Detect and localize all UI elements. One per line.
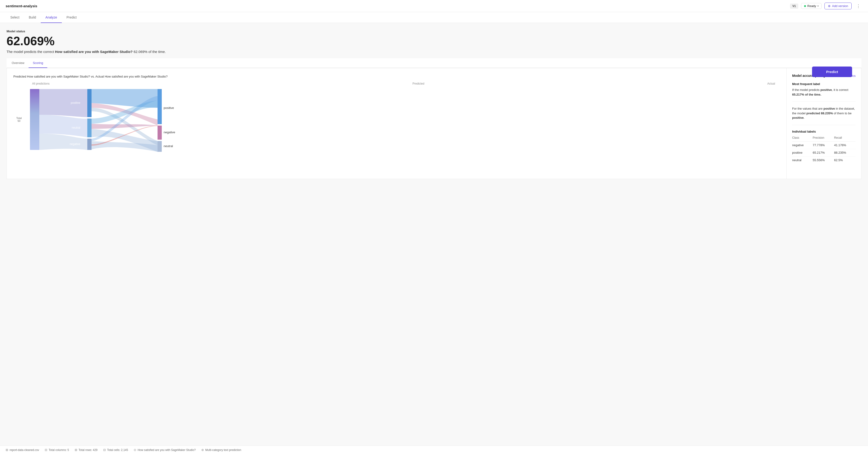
svg-text:negative: negative bbox=[70, 142, 81, 146]
app-header: sentiment-analysis V1 Ready ▾ ⊕ Add vers… bbox=[0, 0, 868, 12]
svg-text:neutral: neutral bbox=[164, 145, 173, 148]
rows-icon: ⊞ bbox=[75, 448, 77, 451]
footer-cells: ⊟ Total cells: 2,145 bbox=[103, 448, 128, 451]
cell-precision-1: 65.217% bbox=[813, 149, 834, 156]
description-suffix: 62.069% of the time. bbox=[133, 50, 166, 54]
insights-section: Model accuracy insights Advanced metrics… bbox=[786, 68, 861, 179]
svg-text:neutral: neutral bbox=[72, 126, 80, 129]
block1-text: If the model predicts positive, it is co… bbox=[792, 88, 856, 97]
predict-button-top[interactable]: Predict bbox=[812, 66, 852, 77]
sub-tabs: Overview Scoring bbox=[6, 58, 862, 68]
main-content: Model status 62.069% The model predicts … bbox=[0, 23, 868, 451]
footer-columns: ⊟ Total columns: 5 bbox=[45, 448, 69, 451]
add-version-button[interactable]: ⊕ Add version bbox=[825, 3, 851, 9]
header-actions: V1 Ready ▾ ⊕ Add version ⋮ bbox=[790, 3, 862, 9]
tab-select[interactable]: Select bbox=[6, 12, 24, 23]
svg-text:negative: negative bbox=[164, 131, 175, 134]
table-row: neutral55.556%62.5% bbox=[792, 156, 856, 164]
model-status-area: Model status 62.069% The model predicts … bbox=[6, 30, 862, 54]
cell-precision-0: 77.778% bbox=[813, 141, 834, 149]
footer-target-value: How satisfied are you with SageMaker Stu… bbox=[137, 448, 196, 451]
footer-rows: ⊞ Total rows: 429 bbox=[75, 448, 98, 451]
version-badge: V1 bbox=[790, 3, 798, 9]
footer-type-value: Multi-category text prediction bbox=[205, 448, 241, 451]
table-row: positive65.217%88.235% bbox=[792, 149, 856, 156]
cell-class-0: negative bbox=[792, 141, 813, 149]
footer-target: ⊙ How satisfied are you with SageMaker S… bbox=[134, 448, 196, 451]
cell-precision-2: 55.556% bbox=[813, 156, 834, 164]
insight-block-2: For the values that are positive in the … bbox=[792, 106, 856, 125]
cell-class-1: positive bbox=[792, 149, 813, 156]
cell-recall-2: 62.5% bbox=[834, 156, 856, 164]
footer-rows-value: Total rows: 429 bbox=[79, 448, 98, 451]
svg-text:positive: positive bbox=[164, 106, 174, 110]
chevron-down-icon: ▾ bbox=[817, 5, 818, 7]
chart-title: Predicted How satisfied are you with Sag… bbox=[13, 75, 780, 78]
table-row: negative77.778%41.176% bbox=[792, 141, 856, 149]
label-actual: Actual bbox=[767, 82, 775, 85]
individual-labels-block: Individual labels Class Precision Recall… bbox=[792, 130, 856, 168]
cells-icon: ⊟ bbox=[103, 448, 106, 451]
tab-predict[interactable]: Predict bbox=[62, 12, 82, 23]
footer-file-name: report-data-cleaned.csv bbox=[9, 448, 39, 451]
status-dot bbox=[804, 5, 806, 7]
footer-bar: ⊞ report-data-cleaned.csv ⊟ Total column… bbox=[0, 446, 868, 451]
target-icon: ⊙ bbox=[134, 448, 136, 451]
sub-tab-scoring[interactable]: Scoring bbox=[29, 58, 47, 68]
footer-cells-value: Total cells: 2,145 bbox=[107, 448, 128, 451]
sub-tab-overview[interactable]: Overview bbox=[7, 58, 29, 68]
tab-analyze[interactable]: Analyze bbox=[41, 12, 62, 23]
description-target: How satisfied are you with SageMaker Stu… bbox=[55, 50, 133, 54]
total-value: 50 bbox=[18, 119, 20, 122]
svg-rect-6 bbox=[158, 141, 162, 152]
labels-table: Class Precision Recall negative77.778%41… bbox=[792, 135, 856, 164]
svg-rect-4 bbox=[158, 89, 162, 124]
total-label: Total bbox=[16, 117, 22, 119]
block2-text: For the values that are positive in the … bbox=[792, 106, 856, 120]
cell-class-2: neutral bbox=[792, 156, 813, 164]
cell-recall-0: 41.176% bbox=[834, 141, 856, 149]
most-frequent-label: Most frequent label bbox=[792, 82, 856, 86]
individual-labels-title: Individual labels bbox=[792, 130, 856, 133]
footer-file: ⊞ report-data-cleaned.csv bbox=[6, 448, 39, 451]
svg-rect-5 bbox=[158, 125, 162, 140]
footer-type: ⊚ Multi-category text prediction bbox=[201, 448, 241, 451]
svg-rect-1 bbox=[87, 89, 92, 117]
model-status-label: Model status bbox=[6, 30, 862, 33]
file-icon: ⊞ bbox=[6, 448, 8, 451]
plus-icon: ⊕ bbox=[828, 4, 831, 8]
cell-recall-1: 88.235% bbox=[834, 149, 856, 156]
app-title: sentiment-analysis bbox=[6, 4, 37, 8]
nav-tabs: Select Build Analyze Predict bbox=[0, 12, 868, 23]
columns-icon: ⊟ bbox=[45, 448, 47, 451]
tab-build[interactable]: Build bbox=[24, 12, 41, 23]
status-dropdown[interactable]: Ready ▾ bbox=[801, 3, 822, 9]
sankey-chart: positive negative neutral positive neutr… bbox=[27, 87, 190, 152]
accuracy-value: 62.069% bbox=[6, 34, 862, 48]
svg-rect-2 bbox=[87, 118, 92, 137]
more-options-button[interactable]: ⋮ bbox=[855, 3, 862, 9]
content-area: Predicted How satisfied are you with Sag… bbox=[6, 68, 862, 179]
svg-rect-3 bbox=[87, 139, 92, 150]
footer-columns-value: Total columns: 5 bbox=[49, 448, 69, 451]
accuracy-description: The model predicts the correct How satis… bbox=[6, 50, 862, 54]
col-class: Class bbox=[792, 135, 813, 141]
svg-text:positive: positive bbox=[71, 101, 80, 105]
chart-section: Predicted How satisfied are you with Sag… bbox=[7, 68, 786, 179]
svg-rect-0 bbox=[30, 89, 39, 150]
type-icon: ⊚ bbox=[201, 448, 204, 451]
col-recall: Recall bbox=[834, 135, 856, 141]
label-all-predictions: All predictions bbox=[32, 82, 69, 85]
label-predicted: Predicted bbox=[69, 82, 767, 85]
col-precision: Precision bbox=[813, 135, 834, 141]
status-label: Ready bbox=[807, 4, 816, 8]
insight-block-1: Most frequent label If the model predict… bbox=[792, 82, 856, 102]
description-prefix: The model predicts the correct bbox=[6, 50, 55, 54]
